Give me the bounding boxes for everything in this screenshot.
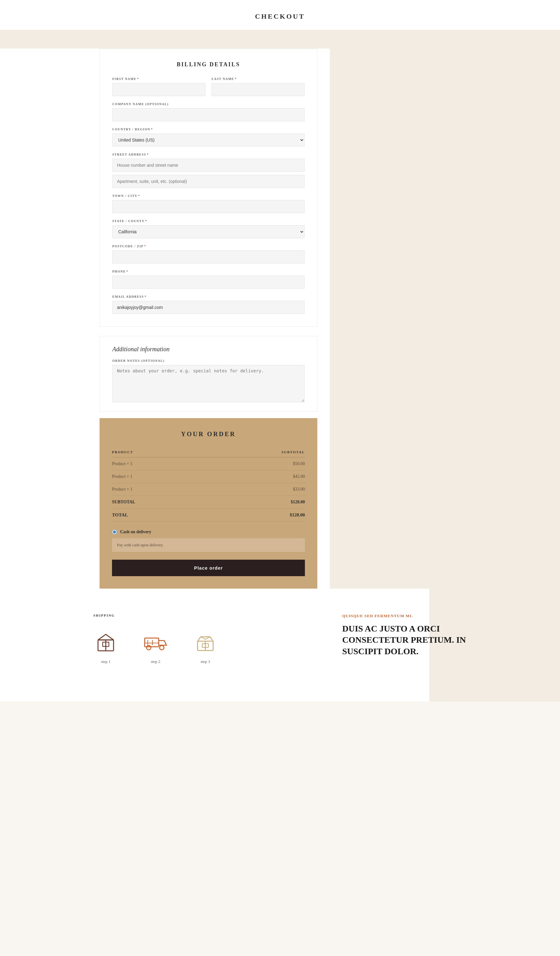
item-3-qty: × 1 — [127, 487, 132, 492]
town-group: TOWN / CITY* — [112, 194, 305, 213]
total-value: $128.00 — [208, 509, 305, 522]
shipping-steps: step 1 — [93, 630, 311, 664]
payment-section: Cash on delivery Pay with cash upon deli… — [112, 530, 305, 552]
item-3-name: Product × 1 — [112, 483, 208, 496]
step-1-icon — [93, 630, 118, 654]
postcode-group: POSTCODE / ZIP* — [112, 245, 305, 264]
first-name-label: FIRST NAME* — [112, 77, 205, 80]
country-group: COUNTRY / REGION* United States (US) Can… — [112, 127, 305, 146]
table-row: Product × 1 $33.00 — [112, 483, 305, 496]
item-1-price: $50.00 — [208, 457, 305, 470]
left-column: BILLING DETAILS FIRST NAME* LAST NAME* — [99, 49, 330, 589]
order-table: PRODUCT SUBTOTAL Product × 5 $50.00 Prod… — [112, 447, 305, 522]
top-banner — [0, 30, 560, 49]
apt-input[interactable] — [112, 175, 305, 188]
shipping-right: QUISQUE SED FERMENTUM MI. DUIS AC JUSTO … — [342, 613, 467, 657]
state-required: * — [145, 219, 147, 223]
billing-form-container: BILLING DETAILS FIRST NAME* LAST NAME* — [99, 49, 317, 327]
order-notes-input[interactable] — [112, 365, 305, 402]
company-name-group: COMPANY NAME (OPTIONAL) — [112, 102, 305, 121]
order-title: YOUR ORDER — [112, 431, 305, 438]
svg-rect-4 — [145, 638, 159, 647]
item-2-name: Product × 1 — [112, 470, 208, 483]
svg-point-6 — [160, 646, 164, 650]
country-label: COUNTRY / REGION* — [112, 127, 305, 131]
last-name-group: LAST NAME* — [212, 77, 305, 96]
street-address-label: STREET ADDRESS* — [112, 153, 305, 156]
col-product-header: PRODUCT — [112, 447, 208, 457]
step-3-label: step 3 — [201, 659, 210, 664]
payment-description: Pay with cash upon delivery. — [112, 538, 305, 552]
phone-input[interactable] — [112, 276, 305, 289]
payment-cod-label[interactable]: Cash on delivery — [120, 530, 151, 535]
total-label: TOTAL — [112, 509, 208, 522]
page-title-area: CHECKOUT — [0, 0, 560, 30]
email-required: * — [144, 295, 146, 298]
street-address-input[interactable] — [112, 159, 305, 172]
your-order-container: YOUR ORDER PRODUCT SUBTOTAL Product × 5 — [99, 418, 317, 589]
postcode-required: * — [144, 245, 146, 248]
company-name-input[interactable] — [112, 108, 305, 121]
state-select[interactable]: California New York Texas Florida — [112, 225, 305, 238]
shipping-step-3: step 3 — [193, 630, 218, 664]
last-name-input[interactable] — [212, 83, 305, 96]
subtotal-label: SUBTOTAL — [112, 496, 208, 509]
shipping-heading: DUIS AC JUSTO A ORCI CONSECTETUR PRETIUM… — [342, 623, 467, 657]
payment-option-cod: Cash on delivery — [112, 530, 305, 535]
first-name-group: FIRST NAME* — [112, 77, 205, 96]
state-label: STATE / COUNTY* — [112, 219, 305, 223]
phone-group: PHONE* — [112, 270, 305, 289]
place-order-button[interactable]: Place order — [112, 560, 305, 576]
step-3-icon — [193, 630, 218, 654]
item-2-qty: × 1 — [127, 474, 132, 479]
item-2-price: $45.00 — [208, 470, 305, 483]
town-input[interactable] — [112, 200, 305, 213]
postcode-input[interactable] — [112, 250, 305, 264]
country-select[interactable]: United States (US) Canada United Kingdom… — [112, 134, 305, 146]
item-1-qty: × 5 — [127, 461, 132, 466]
email-input[interactable] — [112, 301, 305, 314]
shipping-subtitle: QUISQUE SED FERMENTUM MI. — [342, 613, 467, 618]
step-2-label: step 2 — [151, 659, 160, 664]
country-required: * — [151, 127, 153, 131]
apt-group — [112, 175, 305, 188]
additional-info-container: Additional information ORDER NOTES (OPTI… — [99, 336, 317, 412]
name-row: FIRST NAME* LAST NAME* — [112, 77, 305, 96]
page-title: CHECKOUT — [0, 13, 560, 20]
shipping-step-2: step 2 — [143, 630, 168, 664]
order-notes-group: ORDER NOTES (OPTIONAL) — [112, 359, 305, 402]
step-1-label: step 1 — [101, 659, 111, 664]
postcode-label: POSTCODE / ZIP* — [112, 245, 305, 248]
last-name-required: * — [235, 77, 237, 80]
table-row: Product × 5 $50.00 — [112, 457, 305, 470]
shipping-step-1: step 1 — [93, 630, 118, 664]
state-group: STATE / COUNTY* California New York Texa… — [112, 219, 305, 238]
additional-info-title: Additional information — [112, 346, 305, 353]
company-name-label: COMPANY NAME (OPTIONAL) — [112, 102, 305, 106]
billing-section-title: BILLING DETAILS — [112, 61, 305, 68]
col-subtotal-header: SUBTOTAL — [208, 447, 305, 457]
right-sidebar — [330, 49, 461, 589]
step-2-icon — [143, 630, 168, 654]
shipping-section: SHIPPING step 1 — [93, 589, 467, 683]
payment-radio-cod[interactable] — [112, 530, 117, 535]
order-table-header: PRODUCT SUBTOTAL — [112, 447, 305, 457]
email-group: EMAIL ADDRESS* — [112, 295, 305, 314]
town-required: * — [138, 194, 140, 198]
order-notes-label: ORDER NOTES (OPTIONAL) — [112, 359, 305, 362]
svg-point-5 — [146, 646, 151, 650]
item-1-name: Product × 5 — [112, 457, 208, 470]
subtotal-value: $128.00 — [208, 496, 305, 509]
item-3-price: $33.00 — [208, 483, 305, 496]
total-row: TOTAL $128.00 — [112, 509, 305, 522]
first-name-required: * — [137, 77, 139, 80]
subtotal-row: SUBTOTAL $128.00 — [112, 496, 305, 509]
street-required: * — [147, 153, 149, 156]
first-name-input[interactable] — [112, 83, 205, 96]
shipping-label: SHIPPING — [93, 613, 311, 617]
shipping-left: SHIPPING step 1 — [93, 613, 311, 664]
last-name-label: LAST NAME* — [212, 77, 305, 80]
table-row: Product × 1 $45.00 — [112, 470, 305, 483]
email-label: EMAIL ADDRESS* — [112, 295, 305, 298]
phone-label: PHONE* — [112, 270, 305, 273]
